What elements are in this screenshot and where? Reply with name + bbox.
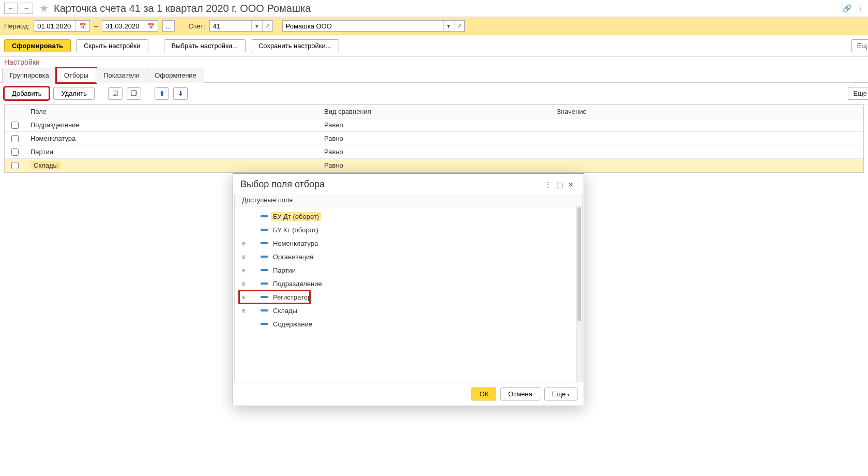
- period-label: Период:: [4, 22, 29, 30]
- period-dash: –: [94, 22, 98, 30]
- settings-tabs: Группировка Отборы Показатели Оформление: [0, 67, 868, 83]
- kebab-menu-icon[interactable]: ⋮: [857, 4, 864, 12]
- cell-comparison[interactable]: Равно: [324, 148, 557, 156]
- link-icon[interactable]: 🔗: [843, 4, 851, 12]
- toggle-check-icon[interactable]: ☑: [108, 87, 123, 100]
- cell-comparison[interactable]: Равно: [324, 135, 557, 142]
- cell-field[interactable]: Партии: [24, 148, 324, 156]
- add-button[interactable]: Добавить: [4, 87, 49, 100]
- grid-header-row: Поле Вид сравнения Значение: [5, 105, 863, 118]
- move-up-icon[interactable]: ⬆: [155, 87, 169, 100]
- table-row[interactable]: ПартииРавно: [5, 145, 863, 159]
- save-settings-button[interactable]: Сохранить настройки...: [251, 39, 339, 52]
- account-input[interactable]: [210, 22, 251, 30]
- period-bar: Период: 📅 – 📅 … Счет: ▼ ↗ ▼ ↗: [0, 17, 868, 35]
- page-title: Карточка счета 41 за 1 квартал 2020 г. О…: [54, 3, 841, 14]
- delete-button[interactable]: Удалить: [53, 87, 95, 100]
- col-header-field[interactable]: Поле: [24, 108, 324, 115]
- tab-measures[interactable]: Показатели: [96, 68, 147, 83]
- period-from-input[interactable]: [34, 22, 75, 30]
- nav-forward-button[interactable]: →: [20, 3, 33, 14]
- organization-input[interactable]: [283, 22, 443, 30]
- open-icon[interactable]: ↗: [262, 21, 272, 31]
- col-header-value[interactable]: Значение: [557, 108, 863, 115]
- more-button[interactable]: Еще: [848, 87, 868, 100]
- copy-icon[interactable]: ❐: [127, 87, 141, 100]
- calendar-icon[interactable]: 📅: [144, 21, 158, 31]
- table-row[interactable]: НоменклатураРавно: [5, 132, 863, 145]
- row-checkbox[interactable]: [11, 135, 19, 142]
- filter-toolbar: Добавить Удалить ☑ ❐ ⬆ ⬇ Еще: [0, 83, 868, 105]
- generate-button[interactable]: Сформировать: [4, 39, 71, 52]
- cell-field[interactable]: Номенклатура: [24, 135, 324, 142]
- cell-comparison[interactable]: Равно: [324, 161, 557, 169]
- period-to-input[interactable]: [102, 22, 144, 30]
- hide-settings-button[interactable]: Скрыть настройки: [76, 39, 148, 52]
- cell-comparison[interactable]: Равно: [324, 121, 557, 129]
- titlebar: ← → ★ Карточка счета 41 за 1 квартал 202…: [0, 0, 868, 17]
- filter-grid: Поле Вид сравнения Значение Подразделени…: [4, 105, 864, 173]
- settings-heading: Настройки: [0, 57, 868, 67]
- period-picker-button[interactable]: …: [162, 20, 175, 32]
- tab-design[interactable]: Оформление: [147, 68, 204, 83]
- tab-filters[interactable]: Отборы: [56, 68, 96, 83]
- row-checkbox[interactable]: [11, 122, 19, 129]
- favorite-star-icon[interactable]: ★: [39, 2, 49, 14]
- dropdown-icon[interactable]: ▼: [443, 21, 454, 31]
- row-checkbox[interactable]: [11, 162, 19, 169]
- cell-field[interactable]: Склады: [24, 161, 324, 169]
- action-bar: Сформировать Скрыть настройки Выбрать на…: [0, 35, 868, 57]
- open-icon[interactable]: ↗: [454, 21, 464, 31]
- col-header-cmp[interactable]: Вид сравнения: [324, 108, 557, 115]
- move-down-icon[interactable]: ⬇: [173, 87, 188, 100]
- table-row[interactable]: ПодразделениеРавно: [5, 118, 863, 132]
- row-checkbox[interactable]: [11, 148, 19, 156]
- choose-settings-button[interactable]: Выбрать настройки...: [164, 39, 246, 52]
- nav-back-button[interactable]: ←: [4, 3, 18, 14]
- table-row[interactable]: СкладыРавно: [5, 159, 863, 172]
- more-button[interactable]: Ещ: [851, 39, 868, 52]
- account-field[interactable]: ▼ ↗: [209, 20, 273, 32]
- organization-field[interactable]: ▼ ↗: [282, 20, 465, 32]
- account-label: Счет:: [188, 22, 205, 30]
- dropdown-icon[interactable]: ▼: [251, 21, 262, 31]
- period-to-field[interactable]: 📅: [102, 20, 158, 32]
- tab-grouping[interactable]: Группировка: [2, 68, 57, 83]
- cell-field[interactable]: Подразделение: [24, 121, 324, 129]
- period-from-field[interactable]: 📅: [34, 20, 90, 32]
- calendar-icon[interactable]: 📅: [75, 21, 89, 31]
